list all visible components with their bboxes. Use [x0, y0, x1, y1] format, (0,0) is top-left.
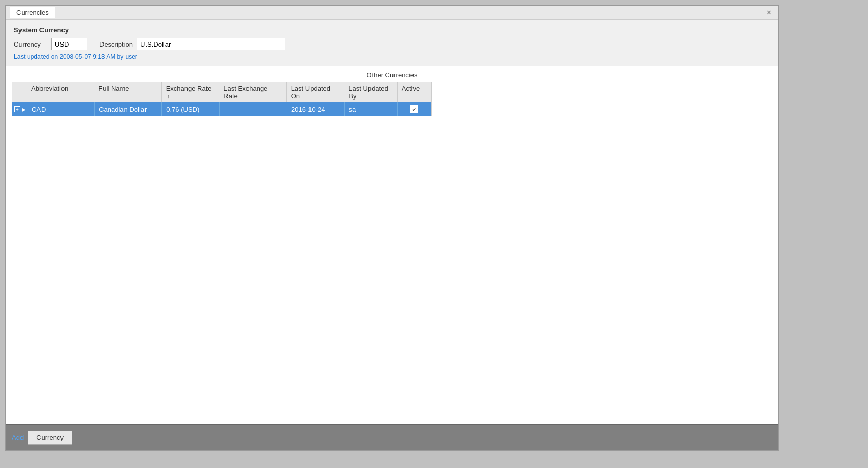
header-active[interactable]: Active [398, 82, 431, 102]
cell-lastupdatedby: sa [345, 102, 398, 116]
table-row[interactable]: + ▶ CAD Canadian Dollar 0.76 (USD) 2016-… [12, 102, 431, 116]
title-bar: Currencies × [6, 6, 778, 20]
footer-bar: Add Currency [6, 424, 778, 450]
cell-fullname: Canadian Dollar [95, 102, 162, 116]
header-abbreviation[interactable]: Abbreviation [27, 82, 94, 102]
header-lastexchangerate[interactable]: Last Exchange Rate [219, 82, 286, 102]
currency-input[interactable] [51, 38, 87, 50]
sort-icon: ↑ [167, 94, 170, 99]
system-currency-section: System Currency Currency Description Las… [6, 20, 778, 66]
currency-button[interactable]: Currency [28, 431, 72, 445]
header-exchangerate[interactable]: Exchange Rate ↑ [162, 82, 220, 102]
description-input[interactable] [137, 38, 285, 50]
tab-bar: Currencies [10, 7, 55, 18]
header-lastupdatedby[interactable]: Last Updated By [344, 82, 397, 102]
currencies-tab[interactable]: Currencies [10, 7, 55, 18]
other-currencies-section: Other Currencies Abbreviation Full Name … [6, 66, 778, 424]
add-link[interactable]: Add [12, 434, 24, 441]
cell-abbreviation: CAD [28, 102, 95, 116]
expand-cell: + ▶ [12, 104, 28, 114]
currency-label: Currency [14, 40, 47, 48]
cell-lastupdatedon: 2016-10-24 [287, 102, 345, 116]
header-expand [12, 82, 27, 102]
grid-header: Abbreviation Full Name Exchange Rate ↑ L… [12, 82, 431, 102]
description-label: Description [99, 40, 133, 48]
tab-label: Currencies [16, 9, 49, 16]
header-fullname[interactable]: Full Name [94, 82, 161, 102]
arrow-icon: ▶ [22, 107, 26, 112]
currency-field-row: Currency Description [14, 38, 770, 50]
header-lastupdatedon[interactable]: Last Updated On [287, 82, 345, 102]
cell-exchangerate: 0.76 (USD) [162, 102, 220, 116]
system-currency-title: System Currency [14, 26, 770, 34]
other-currencies-title: Other Currencies [12, 71, 772, 79]
active-checkbox[interactable]: ✓ [410, 105, 418, 113]
cell-active: ✓ [398, 102, 431, 116]
last-updated-text: Last updated on 2008-05-07 9:13 AM by us… [14, 53, 770, 60]
plus-icon[interactable]: + [14, 106, 20, 112]
main-window: Currencies × System Currency Currency De… [5, 5, 779, 451]
close-button[interactable]: × [763, 8, 774, 18]
currencies-grid: Abbreviation Full Name Exchange Rate ↑ L… [12, 82, 432, 116]
